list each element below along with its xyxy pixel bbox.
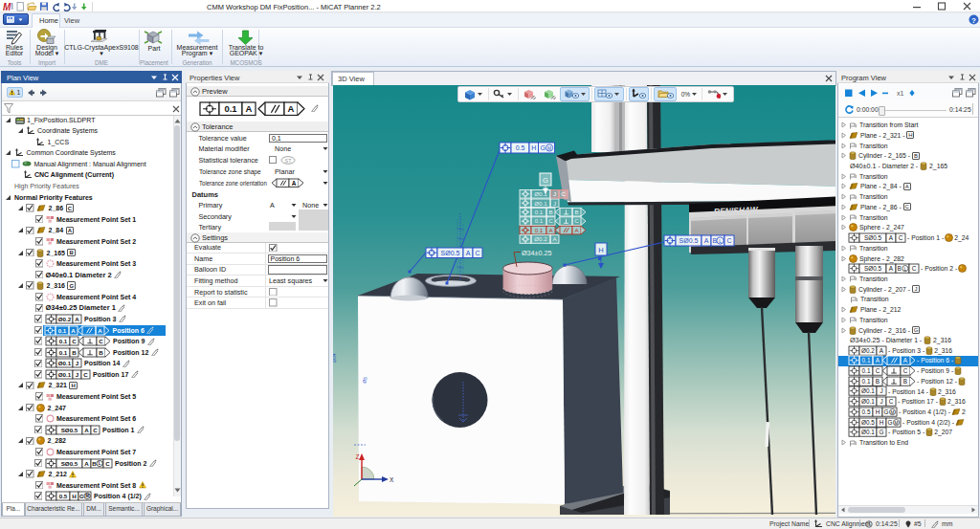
svg-text:Ø0.1: Ø0.1: [861, 398, 875, 405]
svg-text:Ø0.1: Ø0.1: [534, 190, 547, 197]
svg-text:A: A: [889, 265, 894, 272]
svg-text:H: H: [598, 246, 603, 254]
svg-text:C: C: [876, 367, 880, 374]
svg-text:C: C: [912, 265, 917, 272]
svg-text:A: A: [84, 459, 89, 466]
svg-text:Ø0.1: Ø0.1: [861, 429, 875, 435]
svg-text:J: J: [75, 370, 78, 377]
svg-text:A: A: [246, 103, 253, 114]
svg-text:H: H: [880, 419, 884, 426]
svg-text:C: C: [889, 398, 894, 405]
svg-text:H: H: [72, 493, 77, 499]
svg-text:0.1: 0.1: [535, 217, 544, 224]
svg-text:0.1: 0.1: [58, 348, 67, 355]
svg-text:M: M: [3, 2, 11, 12]
svg-text:M: M: [891, 409, 895, 414]
svg-text:C: C: [99, 338, 103, 344]
svg-text:G: G: [880, 429, 884, 435]
svg-text:H: H: [531, 144, 536, 151]
svg-text:SØ0.5: SØ0.5: [864, 265, 882, 272]
svg-text:Ø0.1: Ø0.1: [534, 200, 547, 207]
svg-text:J: J: [880, 387, 882, 394]
svg-text:M: M: [85, 495, 89, 499]
svg-text:A: A: [292, 180, 297, 187]
svg-text:G: G: [887, 419, 892, 426]
svg-text:SØ0.5: SØ0.5: [60, 426, 78, 432]
svg-text:C: C: [83, 370, 88, 377]
svg-text:C: C: [548, 217, 553, 224]
svg-text:0.1: 0.1: [862, 357, 871, 364]
svg-text:A: A: [98, 326, 102, 333]
svg-text:C: C: [475, 250, 479, 256]
svg-text:0.1: 0.1: [58, 326, 67, 333]
svg-text:A: A: [288, 103, 295, 114]
svg-text:C: C: [899, 234, 903, 241]
svg-text:Ø0.1: Ø0.1: [57, 360, 71, 366]
svg-text:G: G: [883, 408, 888, 415]
svg-text:C: C: [726, 237, 731, 244]
svg-text:Ø0.2: Ø0.2: [57, 316, 71, 322]
svg-text:B: B: [876, 378, 880, 385]
svg-text:A: A: [704, 237, 709, 244]
svg-text:B: B: [99, 348, 103, 355]
svg-text:0.5: 0.5: [516, 144, 525, 151]
svg-text:C: C: [93, 426, 98, 432]
svg-text:0.1: 0.1: [58, 338, 67, 344]
svg-text:?: ?: [971, 16, 976, 25]
svg-text:Ø0.2: Ø0.2: [861, 346, 875, 353]
svg-text:0.1: 0.1: [535, 209, 544, 215]
svg-text:B: B: [574, 209, 578, 215]
svg-text:C: C: [105, 459, 110, 466]
svg-text:A: A: [903, 357, 908, 364]
svg-text:0.1: 0.1: [224, 103, 237, 114]
svg-text:x1: x1: [897, 90, 904, 97]
svg-text:M: M: [547, 146, 551, 151]
svg-text:Z: Z: [356, 453, 360, 460]
svg-text:L: L: [719, 239, 722, 244]
svg-text:Ø0.1: Ø0.1: [57, 370, 71, 377]
svg-text:C: C: [574, 217, 579, 224]
svg-text:J: J: [553, 200, 556, 207]
svg-text:A: A: [889, 234, 894, 241]
svg-text:SØ0.5: SØ0.5: [60, 459, 78, 466]
svg-text:ST: ST: [284, 158, 292, 164]
svg-text:SØ0.5: SØ0.5: [441, 250, 460, 256]
svg-text:C: C: [903, 367, 908, 374]
svg-text:SØ0.5: SØ0.5: [679, 237, 699, 244]
svg-text:M: M: [895, 420, 899, 425]
svg-text:L: L: [98, 461, 100, 466]
svg-text:B: B: [548, 209, 552, 215]
svg-text:0.5: 0.5: [862, 408, 871, 415]
svg-text:Ø34±0.25: Ø34±0.25: [522, 249, 552, 257]
svg-text:Ø0.2: Ø0.2: [534, 235, 547, 242]
svg-text:G: G: [78, 493, 83, 499]
svg-text:A: A: [71, 326, 76, 333]
svg-text:Ø0.5: Ø0.5: [861, 419, 875, 426]
svg-text:B: B: [72, 348, 77, 355]
svg-text:0.5: 0.5: [58, 493, 67, 499]
svg-text:Ø34: Ø34: [333, 353, 337, 363]
svg-text:C: C: [72, 338, 77, 344]
svg-text:G: G: [541, 144, 546, 151]
svg-text:A: A: [880, 346, 884, 353]
svg-text:0.1: 0.1: [862, 378, 871, 385]
svg-text:A: A: [75, 316, 79, 322]
svg-text:J: J: [880, 398, 882, 405]
svg-text:C: C: [561, 190, 566, 197]
svg-text:B: B: [897, 265, 901, 272]
svg-text:L: L: [904, 266, 907, 271]
svg-text:B: B: [92, 459, 97, 466]
svg-text:0.1: 0.1: [535, 227, 544, 233]
svg-text:J: J: [553, 190, 556, 197]
svg-text:A: A: [466, 250, 471, 256]
svg-text:0.1: 0.1: [862, 367, 871, 374]
svg-text:B: B: [903, 378, 907, 385]
svg-text:X: X: [390, 476, 394, 483]
svg-text:J: J: [75, 360, 78, 366]
svg-text:H: H: [876, 408, 880, 415]
svg-text:G: G: [543, 176, 548, 185]
svg-text:Ø0.1: Ø0.1: [861, 387, 875, 394]
svg-text:A: A: [84, 426, 89, 432]
svg-text:A: A: [876, 357, 880, 364]
svg-text:SØ0.5: SØ0.5: [864, 234, 882, 241]
